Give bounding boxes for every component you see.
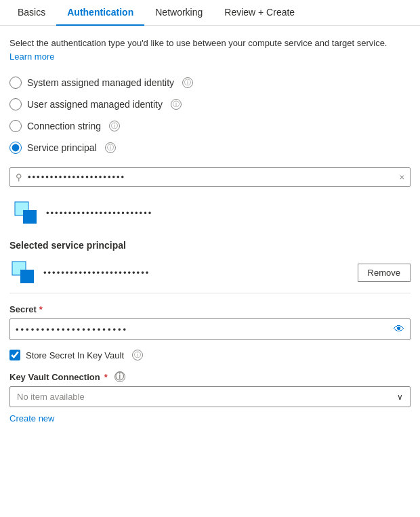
selected-sp-name: •••••••••••••••••••••••• xyxy=(43,268,351,278)
radio-connection-string-input[interactable] xyxy=(9,120,22,132)
search-result-item[interactable]: •••••••••••••••••••••••• xyxy=(9,195,411,230)
selected-item: •••••••••••••••••••••••• Remove xyxy=(9,259,411,293)
radio-user-managed[interactable]: User assigned managed identity ⓘ xyxy=(9,98,411,110)
store-secret-checkbox-item[interactable]: Store Secret In Key Vault ⓘ xyxy=(9,350,411,360)
radio-user-managed-label: User assigned managed identity xyxy=(27,99,163,110)
connection-string-info-icon[interactable]: ⓘ xyxy=(109,121,120,131)
create-new-link[interactable]: Create new xyxy=(9,413,54,423)
radio-service-principal-label: Service principal xyxy=(27,142,97,153)
description-text: Select the authentication type you'd lik… xyxy=(9,37,411,63)
key-vault-required-star: * xyxy=(104,372,108,382)
search-box[interactable]: ⚲ × xyxy=(9,167,411,187)
system-managed-info-icon[interactable]: ⓘ xyxy=(182,77,193,88)
radio-service-principal[interactable]: Service principal ⓘ xyxy=(9,142,411,154)
eye-icon[interactable]: 👁 xyxy=(394,323,404,335)
search-result-name: •••••••••••••••••••••••• xyxy=(46,208,152,218)
service-principal-icon xyxy=(12,199,39,226)
radio-user-managed-input[interactable] xyxy=(9,98,22,110)
radio-system-managed-input[interactable] xyxy=(9,77,22,89)
key-vault-placeholder: No item available xyxy=(17,392,397,402)
tab-bar: Basics Authentication Networking Review … xyxy=(0,0,420,26)
tab-review-create[interactable]: Review + Create xyxy=(213,0,306,26)
secret-input[interactable] xyxy=(16,325,394,335)
key-vault-dropdown[interactable]: No item available ∨ xyxy=(9,386,411,407)
secret-field[interactable]: 👁 xyxy=(9,318,411,340)
radio-connection-string-label: Connection string xyxy=(27,121,101,131)
svg-rect-2 xyxy=(23,210,37,224)
authentication-type-group: System assigned managed identity ⓘ User … xyxy=(9,77,411,154)
clear-icon[interactable]: × xyxy=(399,172,404,182)
store-secret-info-icon[interactable]: ⓘ xyxy=(132,350,143,360)
tab-basics[interactable]: Basics xyxy=(7,0,56,26)
key-vault-label: Key Vault Connection * ⓘ xyxy=(9,371,411,382)
tab-networking[interactable]: Networking xyxy=(144,0,213,26)
learn-more-link[interactable]: Learn more xyxy=(9,51,54,62)
svg-rect-6 xyxy=(20,270,34,283)
secret-field-section: Secret * 👁 xyxy=(9,304,411,340)
radio-system-managed[interactable]: System assigned managed identity ⓘ xyxy=(9,77,411,89)
main-content: Select the authentication type you'd lik… xyxy=(0,26,420,434)
chevron-down-icon: ∨ xyxy=(397,392,403,402)
key-vault-info-icon[interactable]: ⓘ xyxy=(114,371,125,382)
radio-system-managed-label: System assigned managed identity xyxy=(27,77,174,88)
user-managed-info-icon[interactable]: ⓘ xyxy=(171,99,182,110)
selected-service-principal-section: Selected service principal •••••••••••••… xyxy=(9,240,411,293)
radio-service-principal-input[interactable] xyxy=(9,142,22,154)
secret-required-star: * xyxy=(39,304,43,314)
store-secret-label: Store Secret In Key Vault xyxy=(26,350,124,360)
store-secret-checkbox[interactable] xyxy=(9,350,20,360)
key-vault-section: Key Vault Connection * ⓘ No item availab… xyxy=(9,371,411,423)
selected-section-title: Selected service principal xyxy=(9,240,411,251)
tab-authentication[interactable]: Authentication xyxy=(56,0,144,26)
selected-service-principal-icon xyxy=(9,259,37,286)
service-principal-info-icon[interactable]: ⓘ xyxy=(105,142,116,153)
secret-label: Secret * xyxy=(9,304,411,314)
search-icon: ⚲ xyxy=(16,172,22,182)
search-input[interactable] xyxy=(28,172,399,182)
remove-button[interactable]: Remove xyxy=(358,264,411,282)
radio-connection-string[interactable]: Connection string ⓘ xyxy=(9,120,411,132)
